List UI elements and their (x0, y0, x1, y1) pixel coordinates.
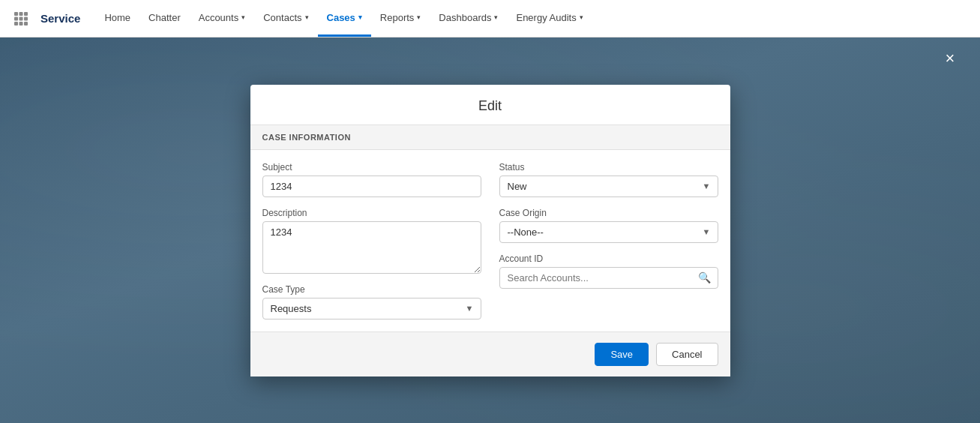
nav-chevron-reports: ▾ (417, 14, 421, 21)
svg-rect-6 (14, 22, 18, 26)
case-type-select[interactable]: Requests Problem Feature Request Questio… (262, 298, 481, 320)
nav-item-reports[interactable]: Reports ▾ (371, 0, 430, 37)
description-label: Description (262, 208, 481, 218)
case-origin-select[interactable]: --None-- Phone Email Web (499, 221, 718, 243)
svg-rect-4 (19, 16, 23, 20)
subject-field: Subject (262, 162, 481, 197)
modal-close-button[interactable]: × (938, 46, 962, 70)
status-select[interactable]: New Working Escalated Closed (499, 176, 718, 197)
nav-item-cases[interactable]: Cases ▾ (318, 0, 371, 37)
account-search-input[interactable] (499, 267, 718, 289)
nav-bar: Service HomeChatterAccounts ▾Contacts ▾C… (0, 0, 980, 38)
nav-item-energy-audits[interactable]: Energy Audits ▾ (507, 0, 592, 37)
svg-rect-2 (24, 12, 28, 16)
nav-item-dashboards[interactable]: Dashboards ▾ (430, 0, 507, 37)
save-button[interactable]: Save (595, 343, 649, 366)
case-type-label: Case Type (262, 284, 481, 295)
svg-rect-5 (24, 16, 28, 20)
nav-item-accounts[interactable]: Accounts ▾ (190, 0, 254, 37)
svg-rect-1 (19, 12, 23, 16)
svg-rect-3 (14, 16, 18, 20)
nav-item-home[interactable]: Home (95, 0, 139, 37)
form-col-right: Status New Working Escalated Closed ▼ (499, 162, 718, 320)
modal-backdrop: Edit CASE INFORMATION Subject Descriptio… (0, 38, 980, 423)
svg-rect-7 (19, 22, 23, 26)
modal-header: Edit (250, 85, 730, 125)
description-field: Description 1234 (262, 208, 481, 274)
nav-item-chatter[interactable]: Chatter (139, 0, 190, 37)
case-origin-label: Case Origin (499, 208, 718, 218)
account-id-field: Account ID 🔍 (499, 254, 718, 289)
description-textarea[interactable]: 1234 (262, 221, 481, 274)
nav-chevron-dashboards: ▾ (494, 14, 498, 21)
app-name: Service (40, 12, 80, 25)
status-label: Status (499, 162, 718, 172)
status-field: Status New Working Escalated Closed ▼ (499, 162, 718, 197)
modal-title: Edit (478, 98, 502, 113)
edit-modal: Edit CASE INFORMATION Subject Descriptio… (250, 85, 730, 376)
account-search-wrapper: 🔍 (499, 267, 718, 289)
subject-label: Subject (262, 162, 481, 172)
case-type-field: Case Type Requests Problem Feature Reque… (262, 284, 481, 320)
status-select-wrapper: New Working Escalated Closed ▼ (499, 176, 718, 197)
modal-body: CASE INFORMATION Subject Description 123… (250, 125, 730, 332)
nav-chevron-cases: ▾ (358, 14, 362, 21)
nav-items: HomeChatterAccounts ▾Contacts ▾Cases ▾Re… (95, 0, 971, 37)
nav-chevron-energy-audits: ▾ (580, 14, 583, 21)
account-id-label: Account ID (499, 254, 718, 264)
case-origin-select-wrapper: --None-- Phone Email Web ▼ (499, 221, 718, 243)
nav-chevron-accounts: ▾ (241, 14, 245, 21)
app-launcher-icon[interactable] (9, 7, 33, 31)
subject-input[interactable] (262, 176, 481, 197)
nav-chevron-contacts: ▾ (305, 14, 309, 21)
nav-item-contacts[interactable]: Contacts ▾ (254, 0, 317, 37)
form-col-left: Subject Description 1234 Case Type Reque… (262, 162, 481, 320)
section-header: CASE INFORMATION (250, 125, 730, 150)
cancel-button[interactable]: Cancel (656, 343, 718, 366)
svg-rect-0 (14, 12, 18, 16)
form-grid: Subject Description 1234 Case Type Reque… (250, 150, 730, 332)
case-type-select-wrapper: Requests Problem Feature Request Questio… (262, 298, 481, 320)
svg-rect-8 (24, 22, 28, 26)
case-origin-field: Case Origin --None-- Phone Email Web ▼ (499, 208, 718, 243)
modal-footer: Save Cancel (250, 332, 730, 376)
